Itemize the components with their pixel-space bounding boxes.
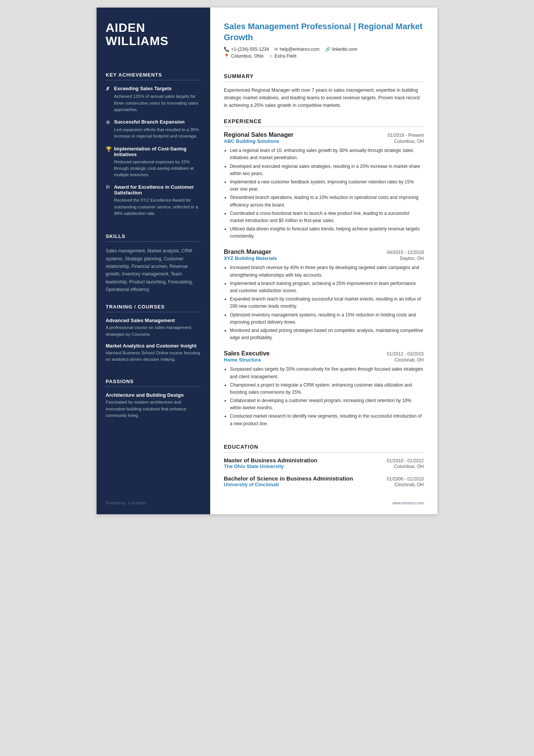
achievement-icon-3: 🏆 (106, 146, 112, 152)
exp-bullet: Utilized data-driven insights to forecas… (230, 225, 424, 240)
exp-location-2: Dayton, OH (400, 256, 424, 261)
exp-bullets-1: Led a regional team of 10, enhancing sal… (224, 147, 424, 240)
education-item: Bachelor of Science in Business Administ… (224, 475, 424, 487)
exp-company-2: XYZ Building Materials (224, 255, 277, 261)
edu-school-row-1: The Ohio State University Columbus, OH (224, 463, 424, 469)
footer-powered-label: Powered by (106, 501, 126, 505)
skills-section-title: SKILLS (106, 233, 201, 239)
exp-bullet: Championed a project to integrate a CRM … (230, 382, 424, 396)
achievement-desc-3: Reduced operational expenses by 15% thro… (106, 159, 201, 178)
exp-bullet: Coordinated a cross-functional team to l… (230, 210, 424, 224)
experience-item: Sales Executive 01/2012 - 03/2015 Home S… (224, 350, 424, 429)
summary-section-title: SUMMARY (224, 73, 424, 79)
achievement-title: ☆ Successful Branch Expansion (106, 119, 201, 125)
summary-divider (224, 81, 424, 82)
candidate-name: AIDEN WILLIAMS (106, 21, 201, 48)
education-section-title: EDUCATION (224, 444, 424, 450)
course-desc-2: Harvard Business School Online course fo… (106, 350, 201, 363)
exp-bullet: Increased branch revenue by 40% in three… (230, 264, 424, 279)
exp-header-2: Branch Manager 04/2015 - 12/2018 (224, 249, 424, 255)
course-title-2: Market Analytics and Customer Insight (106, 343, 201, 349)
course-desc-1: A professional course on sales managemen… (106, 324, 201, 338)
achievement-icon-1: ✗ (106, 86, 112, 92)
summary-text: Experienced Regional Manager with over 7… (224, 86, 424, 109)
exp-bullets-2: Increased branch revenue by 40% in three… (224, 264, 424, 341)
achievement-icon-4: ⚐ (106, 185, 112, 190)
course-item: Market Analytics and Customer Insight Ha… (106, 343, 201, 363)
achievement-item: 🏆 Implementation of Cost-Saving Initiati… (106, 146, 201, 178)
edu-header-1: Master of Business Administration 01/201… (224, 457, 424, 463)
edu-location-2: Cincinnati, OH (395, 482, 424, 487)
achievement-desc-2: Led expansion efforts that resulted in a… (106, 127, 201, 140)
course-item: Advanced Sales Management A professional… (106, 318, 201, 338)
exp-company-3: Home Structura (224, 357, 261, 363)
course-title-1: Advanced Sales Management (106, 318, 201, 323)
exp-bullet: Implemented a branch training program, a… (230, 280, 424, 294)
edu-school-2: University of Cincinnati (224, 482, 279, 487)
linkedin-icon: 🔗 (325, 47, 331, 52)
edu-dates-1: 01/2010 - 01/2012 (387, 458, 424, 463)
achievement-title: ⚐ Award for Excellence in Customer Satis… (106, 184, 201, 196)
exp-bullet: Optimized inventory management systems, … (230, 311, 424, 326)
phone-icon: 📞 (224, 47, 230, 52)
experience-item: Regional Sales Manager 01/2019 - Present… (224, 131, 424, 241)
exp-bullet: Surpassed sales targets by 20% consecuti… (230, 366, 424, 380)
edu-school-row-2: University of Cincinnati Cincinnati, OH (224, 482, 424, 487)
education-item: Master of Business Administration 01/201… (224, 457, 424, 469)
passion-item: Architecture and Building Design Fascina… (106, 392, 201, 419)
exp-bullet: Led a regional team of 10, enhancing sal… (230, 147, 424, 161)
training-divider (106, 312, 201, 312)
exp-bullet: Streamlined branch operations, leading t… (230, 194, 424, 208)
contact-row: 📞 +1-(234)-555-1234 ✉ help@enhancv.com 🔗… (224, 47, 424, 52)
main-footer-url: www.enhancv.com (392, 501, 424, 505)
exp-bullets-3: Surpassed sales targets by 20% consecuti… (224, 366, 424, 427)
sidebar: AIDEN WILLIAMS KEY ACHIEVEMENTS ✗ Exceed… (97, 8, 210, 514)
achievements-divider (106, 80, 201, 80)
achievement-icon-2: ☆ (106, 119, 112, 125)
exp-dates-3: 01/2012 - 03/2015 (387, 351, 424, 357)
exp-company-row-3: Home Structura Cincinnati, OH (224, 357, 424, 363)
achievement-title: 🏆 Implementation of Cost-Saving Initiati… (106, 146, 201, 157)
skills-text: Sales management, Market analysis, CRM s… (106, 247, 201, 293)
passions-divider (106, 387, 201, 387)
exp-header-3: Sales Executive 01/2012 - 03/2015 (224, 350, 424, 357)
experience-section-title: EXPERIENCE (224, 118, 424, 124)
passions-section-title: PASSIONS (106, 379, 201, 384)
exp-dates-2: 04/2015 - 12/2018 (387, 250, 424, 255)
exp-bullet: Expanded branch reach by coordinating su… (230, 296, 424, 310)
exp-bullet: Implemented a new customer feedback syst… (230, 178, 424, 193)
achievements-list: ✗ Exceeding Sales Targets Achieved 125% … (106, 86, 201, 223)
passions-list: Architecture and Building Design Fascina… (106, 392, 201, 424)
achievement-desc-1: Achieved 125% of annual sales targets fo… (106, 93, 201, 113)
edu-degree-1: Master of Business Administration (224, 457, 317, 463)
exp-bullet: Conducted market research to identify ne… (230, 413, 424, 427)
edu-degree-2: Bachelor of Science in Business Administ… (224, 475, 353, 482)
exp-location-3: Cincinnati, OH (395, 357, 424, 363)
edu-header-2: Bachelor of Science in Business Administ… (224, 475, 424, 482)
exp-location-1: Columbus, OH (394, 139, 424, 144)
exp-role-1: Regional Sales Manager (224, 131, 294, 138)
exp-bullet: Developed and executed regional sales st… (230, 163, 424, 177)
courses-list: Advanced Sales Management A professional… (106, 318, 201, 368)
achievement-item: ☆ Successful Branch Expansion Led expans… (106, 119, 201, 140)
main-title: Sales Management Professional | Regional… (224, 21, 424, 43)
exp-header-1: Regional Sales Manager 01/2019 - Present (224, 131, 424, 138)
achievement-item: ⚐ Award for Excellence in Customer Satis… (106, 184, 201, 217)
location-row: 📍 Columbus, Ohio ☆ Extra Field (224, 53, 424, 59)
skills-divider (106, 241, 201, 242)
contact-linkedin: 🔗 linkedin.com (325, 47, 358, 52)
achievement-title: ✗ Exceeding Sales Targets (106, 86, 201, 92)
footer-brand: ∞ Enhancv (128, 501, 147, 505)
experience-divider (224, 127, 424, 127)
exp-role-3: Sales Executive (224, 350, 270, 357)
education-divider (224, 452, 424, 452)
exp-company-1: ABC Building Solutions (224, 138, 279, 144)
achievement-item: ✗ Exceeding Sales Targets Achieved 125% … (106, 86, 201, 113)
passion-desc-1: Fascinated by modern architecture and in… (106, 399, 201, 419)
achievements-section-title: KEY ACHIEVEMENTS (106, 72, 201, 78)
exp-dates-1: 01/2019 - Present (388, 133, 424, 138)
training-section-title: TRAINING / COURSES (106, 304, 201, 310)
location-icon: 📍 (224, 53, 230, 59)
contact-location: 📍 Columbus, Ohio (224, 53, 264, 59)
main-content: Sales Management Professional | Regional… (210, 8, 437, 514)
